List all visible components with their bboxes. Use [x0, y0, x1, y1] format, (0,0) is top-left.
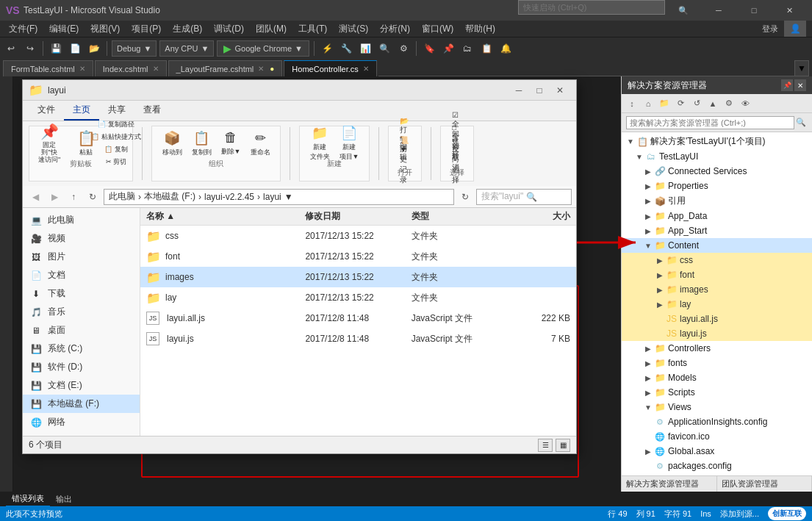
tab-layoutframe[interactable]: _LayoutFrame.cshtml ✕ ● — [168, 60, 283, 76]
path-dropdown[interactable]: ▼ — [284, 192, 293, 202]
output-tab[interactable]: 输出 — [50, 492, 78, 506]
panel-pin-button[interactable]: 📌 — [781, 79, 793, 91]
tab-homecontroller[interactable]: HomeController.cs ✕ — [284, 60, 376, 76]
sidebar-downloads[interactable]: ⬇ 下载 — [23, 284, 140, 303]
tree-fonts[interactable]: ▶ 📁 fonts — [622, 356, 812, 370]
tree-lay[interactable]: ▶ 📁 lay — [622, 297, 812, 312]
maximize-button[interactable]: □ — [737, 0, 771, 21]
sidebar-drive-f[interactable]: 💾 本地磁盘 (F:) — [23, 395, 140, 413]
menu-analyze[interactable]: 分析(N) — [374, 21, 416, 37]
menu-view[interactable]: 视图(V) — [85, 21, 126, 37]
sidebar-pictures[interactable]: 🖼 图片 — [23, 248, 140, 266]
tab-layoutframe-close[interactable]: ✕ — [258, 65, 264, 73]
tree-favicon[interactable]: 🌐 favicon.ico — [622, 429, 812, 444]
fe-list-view-btn[interactable]: ☰ — [538, 439, 553, 452]
toolbar-pin[interactable]: 📌 — [440, 40, 456, 57]
tabs-overflow[interactable]: ▼ — [794, 60, 809, 76]
history-btn[interactable]: 📜 历史记录 — [395, 154, 415, 166]
col-date-header[interactable]: 修改日期 — [305, 210, 411, 223]
toolbar-open[interactable]: 📂 — [86, 40, 102, 57]
toolbar-more3[interactable]: 🔔 — [497, 40, 514, 57]
tree-appdata[interactable]: ▶ 📁 App_Data — [622, 209, 812, 223]
menu-build[interactable]: 生成(B) — [167, 21, 208, 37]
ribbon-tab-home[interactable]: 主页 — [64, 101, 99, 121]
tree-content[interactable]: ▼ 📁 Content — [622, 238, 812, 253]
delete-btn[interactable]: 🗑删除▼ — [217, 129, 245, 157]
tree-appinsights[interactable]: ⚙ ApplicationInsights.config — [622, 414, 812, 429]
toolbar-more2[interactable]: 📋 — [478, 40, 495, 57]
copy-to-btn[interactable]: 📋复制到 — [187, 129, 215, 157]
fe-maximize-btn[interactable]: □ — [529, 82, 550, 98]
tree-packages[interactable]: ⚙ packages.config — [622, 459, 812, 473]
file-item-lay[interactable]: 📁 lay 2017/12/13 15:22 文件夹 — [140, 287, 576, 308]
tree-layui-all-js[interactable]: JS layui.all.js — [622, 312, 812, 326]
tree-views[interactable]: ▼ 📁 Views — [622, 400, 812, 414]
team-explorer-footer-tab[interactable]: 团队资源管理器 — [717, 476, 813, 492]
tree-solution-root[interactable]: ▼ 📋 解决方案'TestLayUI'(1个项目) — [622, 134, 812, 149]
tab-formtable[interactable]: FormTable.cshtml ✕ — [3, 60, 93, 76]
tree-properties[interactable]: ▶ 📁 Properties — [622, 179, 812, 193]
menu-debug[interactable]: 调试(D) — [208, 21, 250, 37]
file-item-layui-js[interactable]: JS layui.js 2017/12/8 11:48 JavaScript 文… — [140, 328, 576, 349]
solution-search-icon[interactable]: 🔍 — [794, 116, 808, 129]
fe-back-btn[interactable]: ◀ — [27, 189, 43, 205]
solution-search-input[interactable] — [626, 116, 794, 129]
panel-close-button[interactable]: ✕ — [794, 79, 806, 91]
tab-formtable-close[interactable]: ✕ — [79, 65, 85, 73]
platform-dropdown[interactable]: Any CPU ▼ — [159, 40, 214, 57]
paste-shortcut-btn[interactable]: 📋 粘贴快捷方式 — [106, 132, 126, 143]
fe-address-refresh[interactable]: ↻ — [457, 189, 473, 205]
sp-filter-btn[interactable]: ⟳ — [673, 96, 688, 111]
minimize-button[interactable]: ─ — [702, 0, 736, 21]
toolbar-redo[interactable]: ↪ — [22, 40, 38, 57]
error-list-tab[interactable]: 错误列表 — [6, 492, 50, 506]
sidebar-drive-c[interactable]: 💾 系统 (C:) — [23, 339, 140, 358]
copy-path-btn[interactable]: 📄 复制路径 — [106, 119, 126, 131]
toolbar-bookmark[interactable]: 🔖 — [421, 40, 437, 57]
menu-project[interactable]: 项目(P) — [126, 21, 167, 37]
tab-index-close[interactable]: ✕ — [153, 65, 159, 73]
file-item-font[interactable]: 📁 font 2017/12/13 15:22 文件夹 — [140, 246, 576, 267]
sidebar-drive-d[interactable]: 💾 软件 (D:) — [23, 358, 140, 376]
run-button[interactable]: ▶ Google Chrome ▼ — [217, 40, 309, 57]
fe-up-btn[interactable]: ↑ — [65, 189, 82, 205]
tree-global-asax[interactable]: ▶ 🌐 Global.asax — [622, 444, 812, 459]
menu-edit[interactable]: 编辑(E) — [43, 21, 85, 37]
tree-controllers[interactable]: ▶ 📁 Controllers — [622, 341, 812, 356]
sp-preview-btn[interactable]: 👁 — [738, 96, 752, 111]
menu-tools[interactable]: 工具(T) — [292, 21, 333, 37]
tree-models[interactable]: ▶ 📁 Models — [622, 370, 812, 385]
tree-project[interactable]: ▼ 🗂 TestLayUI — [622, 149, 812, 164]
pin-to-quickaccess-btn[interactable]: 📌 固定到"快速访问" — [35, 129, 63, 157]
col-name-header[interactable]: 名称 ▲ — [146, 210, 305, 223]
col-type-header[interactable]: 类型 — [412, 210, 517, 223]
new-item-btn[interactable]: 📄新建项目▼ — [335, 129, 363, 157]
sp-refresh-btn[interactable]: ↺ — [689, 96, 704, 111]
ribbon-tab-file[interactable]: 文件 — [29, 101, 64, 121]
toolbar-btn3[interactable]: 📊 — [357, 40, 373, 57]
tree-scripts[interactable]: ▶ 📁 Scripts — [622, 385, 812, 400]
menu-test[interactable]: 测试(S) — [333, 21, 374, 37]
fe-forward-btn[interactable]: ▶ — [46, 189, 62, 205]
invert-selection-btn[interactable]: ⇄ 反向选择 — [447, 154, 467, 166]
menu-file[interactable]: 文件(F) — [3, 21, 43, 37]
tree-references[interactable]: ▶ 📦 引用 — [622, 193, 812, 209]
toolbar-btn4[interactable]: 🔍 — [376, 40, 392, 57]
search-title-icon[interactable]: 🔍 — [667, 0, 700, 21]
solution-explorer-footer-tab[interactable]: 解决方案资源管理器 — [622, 476, 717, 492]
user-login[interactable]: 登录 — [762, 24, 784, 35]
fe-close-btn[interactable]: ✕ — [550, 82, 570, 98]
tab-homecontroller-close[interactable]: ✕ — [363, 65, 369, 73]
sidebar-network[interactable]: 🌐 网络 — [23, 413, 140, 431]
menu-help[interactable]: 帮助(H) — [459, 21, 501, 37]
col-size-header[interactable]: 大小 — [517, 210, 570, 223]
sidebar-music[interactable]: 🎵 音乐 — [23, 303, 140, 321]
move-to-btn[interactable]: 📦移动到 — [158, 129, 186, 157]
fe-search-box[interactable]: 搜索"layui" 🔍 — [476, 189, 572, 205]
tree-connected-services[interactable]: ▶ 🔗 Connected Services — [622, 164, 812, 179]
tree-images[interactable]: ▶ 📁 images — [622, 282, 812, 297]
copy-btn[interactable]: 📋 复制 — [106, 144, 126, 156]
sp-properties-btn[interactable]: ⚙ — [722, 96, 736, 111]
fe-minimize-btn[interactable]: ─ — [509, 82, 529, 98]
sp-show-all-btn[interactable]: 📁 — [657, 96, 672, 111]
